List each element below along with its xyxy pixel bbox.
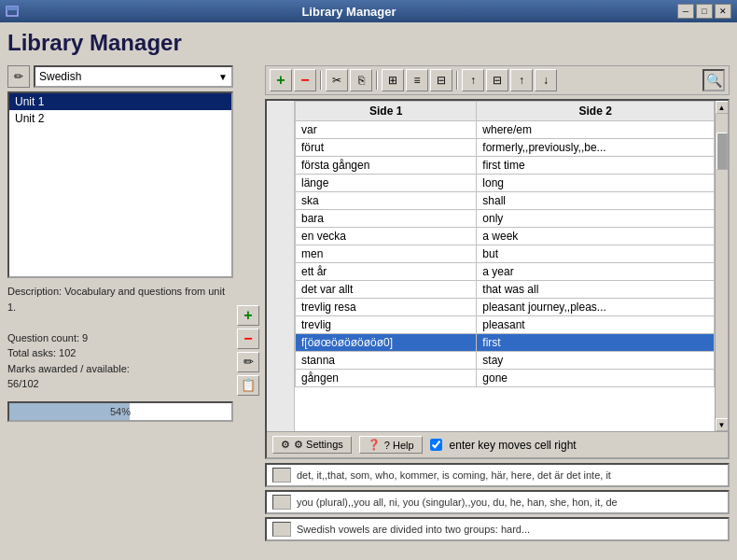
table-row[interactable]: gångengone — [296, 370, 715, 387]
table-row[interactable]: menbut — [296, 245, 715, 263]
table-row[interactable]: baraonly — [296, 210, 715, 228]
cell-side1[interactable]: länge — [296, 175, 477, 192]
bottom-item-3[interactable]: Swedish vowels are divided into two grou… — [265, 517, 730, 541]
table-row[interactable]: trevlig resapleasant journey,,pleas... — [296, 299, 715, 316]
remove-entry-button[interactable]: − — [294, 69, 316, 91]
scrollbar-thumb[interactable] — [716, 133, 728, 170]
cell-side2[interactable]: but — [477, 245, 715, 263]
bottom-text-1: det, it,,that, som, who, kommer, is comi… — [297, 469, 611, 481]
cell-side2[interactable]: stay — [477, 352, 715, 370]
bottom-text-2: you (plural),,you all, ni, you (singular… — [297, 497, 618, 508]
add-entry-button[interactable]: + — [270, 69, 292, 91]
svg-rect-1 — [7, 7, 18, 10]
cell-side2[interactable]: only — [477, 210, 715, 228]
description-box: Description: Vocabulary and questions fr… — [7, 282, 233, 394]
paste-button[interactable]: ⎘ — [350, 69, 372, 91]
grid-view-button[interactable]: ⊞ — [382, 69, 404, 91]
progress-bar-container: 54% — [7, 401, 233, 422]
table-row[interactable]: ett åra year — [296, 263, 715, 281]
table-row[interactable]: stannastay — [296, 352, 715, 370]
cell-side1[interactable]: stanna — [296, 352, 477, 370]
cell-side2[interactable]: where/em — [477, 121, 715, 139]
cell-side1[interactable]: gången — [296, 370, 477, 387]
minimize-button[interactable]: ─ — [677, 4, 694, 19]
table-row[interactable]: förutformerly,,previously,,be... — [296, 139, 715, 157]
unit-item-2[interactable]: Unit 2 — [9, 110, 231, 127]
chevron-down-icon: ▼ — [218, 72, 228, 82]
list-view-button[interactable]: ≡ — [406, 69, 428, 91]
table-row[interactable]: f[öøœöøöøöøöø0]first — [296, 334, 715, 352]
app-title: Library Manager — [7, 30, 730, 56]
cell-side1[interactable]: men — [296, 245, 477, 263]
bottom-text-3: Swedish vowels are divided into two grou… — [297, 524, 530, 535]
cell-side1[interactable]: bara — [296, 210, 477, 228]
col-side2-header: Side 2 — [477, 102, 715, 121]
help-icon: ❓ — [368, 439, 381, 451]
table-row[interactable]: skashall — [296, 192, 715, 210]
detail-view-button[interactable]: ⊟ — [430, 69, 452, 91]
col-side1-header: Side 1 — [296, 102, 477, 121]
cell-side2[interactable]: pleasant — [477, 316, 715, 334]
maximize-button[interactable]: □ — [696, 4, 713, 19]
settings-button[interactable]: ⚙ ⚙ Settings — [272, 436, 352, 454]
cell-side2[interactable]: that was all — [477, 281, 715, 299]
title-bar-title: Library Manager — [21, 5, 677, 19]
move-up-button[interactable]: ↑ — [462, 69, 484, 91]
edit-pencil-button[interactable]: ✏ — [7, 65, 30, 88]
toolbar: + − ✂ ⎘ ⊞ ≡ ⊟ ↑ ⊟ ↑ ↓ 🔍 — [265, 65, 730, 95]
cell-side1[interactable]: var — [296, 121, 477, 139]
bottom-marker-2 — [272, 495, 291, 510]
remove-button[interactable]: − — [237, 329, 259, 349]
table-row[interactable]: det var alltthat was all — [296, 281, 715, 299]
table-row[interactable]: en veckaa week — [296, 228, 715, 245]
cell-side2[interactable]: long — [477, 175, 715, 192]
cell-side1[interactable]: ett år — [296, 263, 477, 281]
enter-moves-checkbox[interactable] — [430, 439, 442, 451]
bottom-item-2[interactable]: you (plural),,you all, ni, you (singular… — [265, 490, 730, 514]
help-button[interactable]: ❓ ? Help — [359, 436, 423, 454]
table-row[interactable]: trevligpleasant — [296, 316, 715, 334]
table-row[interactable]: längelong — [296, 175, 715, 192]
close-button[interactable]: ✕ — [715, 4, 731, 19]
cell-side2[interactable]: gone — [477, 370, 715, 387]
unit-list[interactable]: Unit 1 Unit 2 — [7, 91, 233, 278]
unit-item-1[interactable]: Unit 1 — [9, 93, 231, 110]
cell-side1[interactable]: första gången — [296, 157, 477, 175]
cell-side1[interactable]: trevlig resa — [296, 299, 477, 316]
cell-side1[interactable]: ska — [296, 192, 477, 210]
table-row[interactable]: varwhere/em — [296, 121, 715, 139]
scroll-up-arrow[interactable]: ▲ — [716, 101, 729, 114]
cell-side2[interactable]: pleasant journey,,pleas... — [477, 299, 715, 316]
bottom-item-1[interactable]: det, it,,that, som, who, kommer, is comi… — [265, 463, 730, 487]
cell-side1[interactable]: förut — [296, 139, 477, 157]
language-dropdown[interactable]: Swedish ▼ — [34, 65, 233, 88]
table-row[interactable]: första gångenfirst time — [296, 157, 715, 175]
cell-side2[interactable]: a year — [477, 263, 715, 281]
help-label: ? Help — [384, 440, 414, 451]
copy-button[interactable]: 📋 — [237, 375, 259, 396]
columns-button[interactable]: ⊟ — [486, 69, 508, 91]
export-button[interactable]: ↓ — [535, 69, 557, 91]
cell-side1[interactable]: det var allt — [296, 281, 477, 299]
row-marker-col — [267, 101, 295, 431]
gear-icon: ⚙ — [281, 439, 290, 451]
vocab-table: Side 1 Side 2 varwhere/emförutformerly,,… — [295, 101, 715, 387]
cell-side2[interactable]: a week — [477, 228, 715, 245]
bottom-items: det, it,,that, som, who, kommer, is comi… — [265, 463, 730, 541]
search-button[interactable]: 🔍 — [702, 69, 725, 91]
bottom-marker-1 — [272, 468, 291, 483]
cell-side2[interactable]: first time — [477, 157, 715, 175]
cell-side2[interactable]: first — [477, 334, 715, 352]
cell-side1[interactable]: en vecka — [296, 228, 477, 245]
cell-side1[interactable]: trevlig — [296, 316, 477, 334]
cell-side1[interactable]: f[öøœöøöøöøöø0] — [296, 334, 477, 352]
edit-button[interactable]: ✏ — [237, 352, 259, 372]
cell-side2[interactable]: formerly,,previously,,be... — [477, 139, 715, 157]
add-button[interactable]: + — [237, 305, 259, 326]
cut-button[interactable]: ✂ — [326, 69, 348, 91]
import-button[interactable]: ↑ — [510, 69, 533, 91]
enter-moves-label: enter key moves cell right — [450, 439, 577, 452]
scroll-down-arrow[interactable]: ▼ — [716, 418, 729, 431]
cell-side2[interactable]: shall — [477, 192, 715, 210]
progress-label: 54% — [9, 403, 231, 420]
